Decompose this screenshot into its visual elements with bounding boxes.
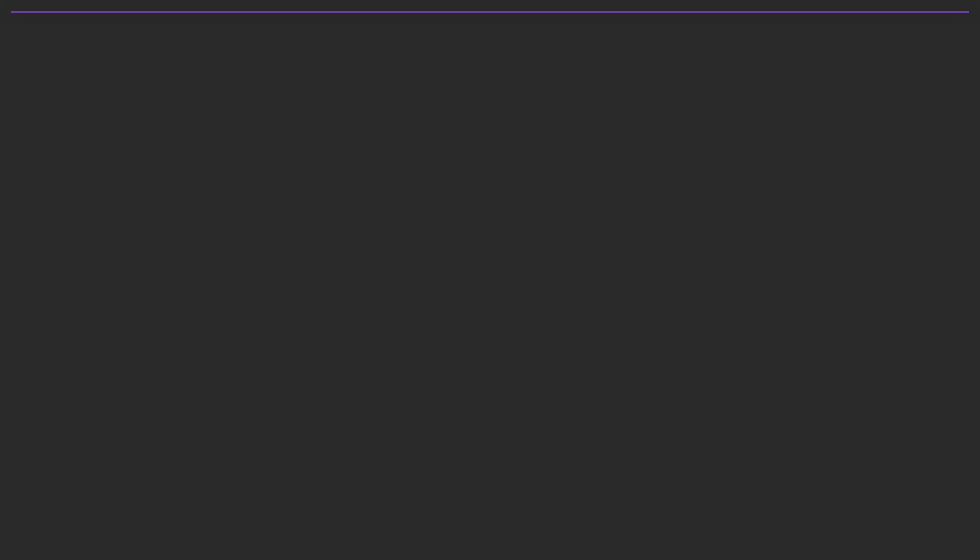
top-bar: FILTERS 2,048 of 3,745 records EXPORT TO… [38, 12, 968, 13]
left-rail [12, 12, 38, 13]
